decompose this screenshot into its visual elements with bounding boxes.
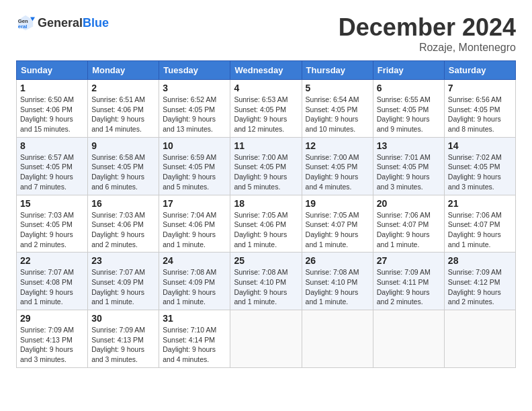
calendar-cell xyxy=(373,310,444,368)
day-number: 6 xyxy=(377,83,441,93)
calendar-table: SundayMondayTuesdayWednesdayThursdayFrid… xyxy=(16,60,516,368)
logo-blue: Blue xyxy=(83,16,109,30)
calendar-cell: 22Sunrise: 7:07 AMSunset: 4:08 PMDayligh… xyxy=(17,253,88,310)
day-info: Sunrise: 7:06 AMSunset: 4:07 PMDaylight:… xyxy=(448,211,502,248)
day-info: Sunrise: 7:08 AMSunset: 4:10 PMDaylight:… xyxy=(306,268,359,306)
day-number: 23 xyxy=(91,255,155,266)
calendar-cell: 5Sunrise: 6:54 AMSunset: 4:05 PMDaylight… xyxy=(302,80,373,138)
day-number: 13 xyxy=(377,140,441,151)
calendar-cell: 26Sunrise: 7:08 AMSunset: 4:10 PMDayligh… xyxy=(302,253,373,310)
day-number: 14 xyxy=(448,140,512,151)
day-number: 12 xyxy=(306,140,369,151)
day-number: 5 xyxy=(306,83,369,93)
day-info: Sunrise: 7:00 AMSunset: 4:05 PMDaylight:… xyxy=(234,153,287,191)
day-number: 18 xyxy=(234,198,298,209)
calendar-cell: 30Sunrise: 7:09 AMSunset: 4:13 PMDayligh… xyxy=(88,310,159,368)
week-row-5: 29Sunrise: 7:09 AMSunset: 4:13 PMDayligh… xyxy=(17,310,516,368)
week-row-3: 15Sunrise: 7:03 AMSunset: 4:05 PMDayligh… xyxy=(17,195,516,253)
day-number: 31 xyxy=(163,313,226,324)
calendar-cell: 4Sunrise: 6:53 AMSunset: 4:05 PMDaylight… xyxy=(230,80,302,138)
calendar-cell: 17Sunrise: 7:04 AMSunset: 4:06 PMDayligh… xyxy=(159,195,230,253)
logo-icon: Gen eral xyxy=(16,13,35,32)
day-info: Sunrise: 6:57 AMSunset: 4:05 PMDaylight:… xyxy=(20,153,74,191)
day-info: Sunrise: 7:05 AMSunset: 4:06 PMDaylight:… xyxy=(234,211,287,248)
day-info: Sunrise: 7:08 AMSunset: 4:10 PMDaylight:… xyxy=(234,268,287,306)
day-info: Sunrise: 7:04 AMSunset: 4:06 PMDaylight:… xyxy=(163,211,216,248)
calendar-cell: 25Sunrise: 7:08 AMSunset: 4:10 PMDayligh… xyxy=(230,253,302,310)
svg-text:eral: eral xyxy=(18,24,28,30)
day-number: 4 xyxy=(234,83,298,93)
day-header-saturday: Saturday xyxy=(444,61,515,80)
calendar-cell: 2Sunrise: 6:51 AMSunset: 4:06 PMDaylight… xyxy=(88,80,159,138)
calendar-cell: 9Sunrise: 6:58 AMSunset: 4:05 PMDaylight… xyxy=(88,137,159,195)
title-area: December 2024 Rozaje, Montenegro xyxy=(339,13,516,54)
day-info: Sunrise: 7:07 AMSunset: 4:08 PMDaylight:… xyxy=(20,268,74,306)
calendar-cell xyxy=(444,310,515,368)
calendar-cell: 7Sunrise: 6:56 AMSunset: 4:05 PMDaylight… xyxy=(444,80,515,138)
calendar-cell: 11Sunrise: 7:00 AMSunset: 4:05 PMDayligh… xyxy=(230,137,302,195)
day-header-thursday: Thursday xyxy=(302,61,373,80)
day-number: 3 xyxy=(163,83,226,93)
calendar-cell: 10Sunrise: 6:59 AMSunset: 4:05 PMDayligh… xyxy=(159,137,230,195)
calendar-cell xyxy=(302,310,373,368)
day-info: Sunrise: 7:00 AMSunset: 4:05 PMDaylight:… xyxy=(306,153,359,191)
day-info: Sunrise: 6:56 AMSunset: 4:05 PMDaylight:… xyxy=(448,95,502,133)
day-info: Sunrise: 7:03 AMSunset: 4:06 PMDaylight:… xyxy=(91,211,145,248)
day-number: 8 xyxy=(20,140,84,151)
day-info: Sunrise: 7:09 AMSunset: 4:12 PMDaylight:… xyxy=(448,268,502,306)
day-number: 26 xyxy=(306,255,369,266)
logo: Gen eral GeneralBlue xyxy=(16,13,109,32)
day-info: Sunrise: 6:50 AMSunset: 4:06 PMDaylight:… xyxy=(20,95,74,133)
day-number: 22 xyxy=(20,255,84,266)
day-number: 2 xyxy=(91,83,155,93)
calendar-cell: 6Sunrise: 6:55 AMSunset: 4:05 PMDaylight… xyxy=(373,80,444,138)
logo-text: GeneralBlue xyxy=(38,16,109,30)
day-number: 21 xyxy=(448,198,512,209)
day-info: Sunrise: 7:09 AMSunset: 4:13 PMDaylight:… xyxy=(20,326,74,363)
calendar-cell: 8Sunrise: 6:57 AMSunset: 4:05 PMDaylight… xyxy=(17,137,88,195)
calendar-cell: 31Sunrise: 7:10 AMSunset: 4:14 PMDayligh… xyxy=(159,310,230,368)
day-info: Sunrise: 7:02 AMSunset: 4:05 PMDaylight:… xyxy=(448,153,502,191)
day-info: Sunrise: 6:51 AMSunset: 4:06 PMDaylight:… xyxy=(91,95,145,133)
calendar-cell: 14Sunrise: 7:02 AMSunset: 4:05 PMDayligh… xyxy=(444,137,515,195)
calendar-cell xyxy=(230,310,302,368)
day-info: Sunrise: 7:09 AMSunset: 4:11 PMDaylight:… xyxy=(377,268,431,306)
calendar-title: December 2024 xyxy=(339,13,516,42)
day-number: 19 xyxy=(306,198,369,209)
calendar-cell: 24Sunrise: 7:08 AMSunset: 4:09 PMDayligh… xyxy=(159,253,230,310)
day-number: 20 xyxy=(377,198,441,209)
calendar-cell: 21Sunrise: 7:06 AMSunset: 4:07 PMDayligh… xyxy=(444,195,515,253)
day-header-wednesday: Wednesday xyxy=(230,61,302,80)
day-number: 10 xyxy=(163,140,226,151)
day-number: 29 xyxy=(20,313,84,324)
day-number: 16 xyxy=(91,198,155,209)
calendar-cell: 12Sunrise: 7:00 AMSunset: 4:05 PMDayligh… xyxy=(302,137,373,195)
day-number: 11 xyxy=(234,140,298,151)
calendar-cell: 29Sunrise: 7:09 AMSunset: 4:13 PMDayligh… xyxy=(17,310,88,368)
day-number: 30 xyxy=(91,313,155,324)
day-info: Sunrise: 7:05 AMSunset: 4:07 PMDaylight:… xyxy=(306,211,359,248)
logo-general: General xyxy=(38,16,83,30)
calendar-cell: 3Sunrise: 6:52 AMSunset: 4:05 PMDaylight… xyxy=(159,80,230,138)
day-info: Sunrise: 7:03 AMSunset: 4:05 PMDaylight:… xyxy=(20,211,74,248)
day-info: Sunrise: 7:01 AMSunset: 4:05 PMDaylight:… xyxy=(377,153,431,191)
day-header-monday: Monday xyxy=(88,61,159,80)
header-row: SundayMondayTuesdayWednesdayThursdayFrid… xyxy=(17,61,516,80)
day-number: 15 xyxy=(20,198,84,209)
day-number: 17 xyxy=(163,198,226,209)
calendar-cell: 28Sunrise: 7:09 AMSunset: 4:12 PMDayligh… xyxy=(444,253,515,310)
calendar-cell: 23Sunrise: 7:07 AMSunset: 4:09 PMDayligh… xyxy=(88,253,159,310)
day-number: 27 xyxy=(377,255,441,266)
calendar-cell: 15Sunrise: 7:03 AMSunset: 4:05 PMDayligh… xyxy=(17,195,88,253)
day-header-sunday: Sunday xyxy=(17,61,88,80)
day-info: Sunrise: 6:58 AMSunset: 4:05 PMDaylight:… xyxy=(91,153,145,191)
day-number: 1 xyxy=(20,83,84,93)
day-info: Sunrise: 7:08 AMSunset: 4:09 PMDaylight:… xyxy=(163,268,216,306)
week-row-4: 22Sunrise: 7:07 AMSunset: 4:08 PMDayligh… xyxy=(17,253,516,310)
day-info: Sunrise: 6:53 AMSunset: 4:05 PMDaylight:… xyxy=(234,95,287,133)
week-row-2: 8Sunrise: 6:57 AMSunset: 4:05 PMDaylight… xyxy=(17,137,516,195)
day-info: Sunrise: 6:55 AMSunset: 4:05 PMDaylight:… xyxy=(377,95,431,133)
calendar-cell: 18Sunrise: 7:05 AMSunset: 4:06 PMDayligh… xyxy=(230,195,302,253)
week-row-1: 1Sunrise: 6:50 AMSunset: 4:06 PMDaylight… xyxy=(17,80,516,138)
calendar-cell: 1Sunrise: 6:50 AMSunset: 4:06 PMDaylight… xyxy=(17,80,88,138)
